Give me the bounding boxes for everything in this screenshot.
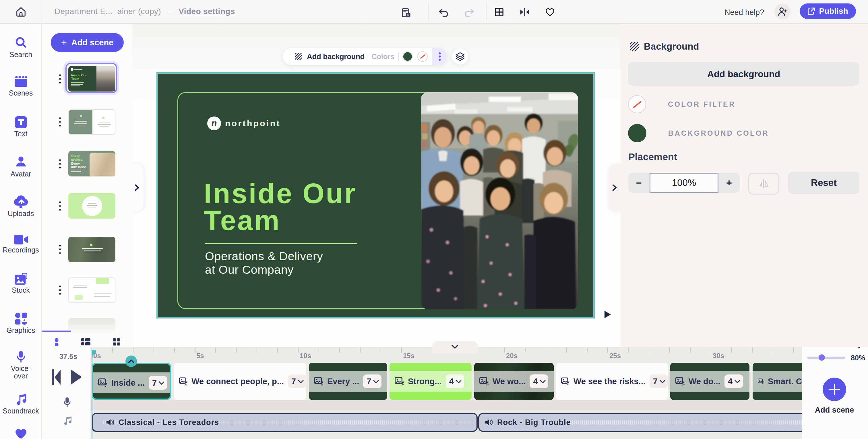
svg-text:n: n xyxy=(212,118,217,128)
